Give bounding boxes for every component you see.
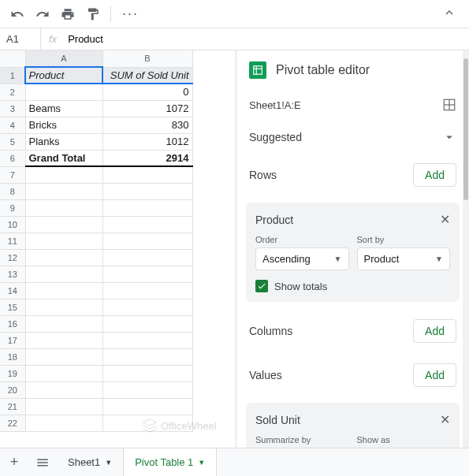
cell-a1[interactable]: Product	[25, 67, 102, 84]
paint-format-button[interactable]	[82, 3, 104, 25]
add-values-button[interactable]: Add	[413, 363, 456, 387]
cell[interactable]	[102, 415, 192, 431]
row-header[interactable]: 11	[0, 232, 25, 249]
cell[interactable]	[25, 398, 102, 415]
select-all-corner[interactable]	[0, 50, 25, 67]
row-header[interactable]: 20	[0, 381, 25, 398]
row-header[interactable]: 16	[0, 315, 25, 332]
row-header[interactable]: 7	[0, 166, 25, 183]
row-header[interactable]: 21	[0, 398, 25, 415]
row-header[interactable]: 13	[0, 266, 25, 282]
cell-b6[interactable]: 2914	[102, 150, 192, 166]
row-header[interactable]: 1	[0, 67, 25, 84]
add-sheet-button[interactable]: +	[0, 448, 28, 477]
undo-button[interactable]	[6, 3, 28, 25]
cell-a6[interactable]: Grand Total	[25, 150, 102, 166]
cell-b3[interactable]: 1072	[102, 100, 192, 117]
checkbox-checked-icon	[255, 280, 268, 292]
cell[interactable]	[25, 315, 102, 332]
fx-label: fx	[41, 33, 65, 45]
row-header[interactable]: 3	[0, 100, 25, 117]
cell[interactable]	[102, 183, 192, 199]
cell[interactable]	[25, 232, 102, 249]
cell[interactable]	[25, 415, 102, 431]
suggested-section[interactable]: Suggested	[236, 121, 469, 154]
cell[interactable]	[25, 365, 102, 381]
cell-a5[interactable]: Planks	[25, 133, 102, 150]
select-range-button[interactable]	[442, 98, 456, 112]
column-header-a[interactable]: A	[25, 50, 102, 67]
row-header[interactable]: 17	[0, 332, 25, 348]
cell-a2[interactable]	[25, 84, 102, 100]
row-header[interactable]: 15	[0, 299, 25, 315]
row-header[interactable]: 8	[0, 183, 25, 199]
row-header[interactable]: 9	[0, 199, 25, 216]
cell[interactable]	[102, 282, 192, 299]
sortby-select[interactable]: Product ▼	[357, 247, 451, 270]
cell[interactable]	[25, 299, 102, 315]
cell-b2[interactable]: 0	[102, 84, 192, 100]
cell[interactable]	[102, 249, 192, 266]
scrollbar-thumb[interactable]	[463, 58, 468, 200]
cell[interactable]	[102, 332, 192, 348]
cell-reference[interactable]: A1	[0, 28, 41, 50]
more-button[interactable]: ···	[117, 6, 143, 22]
cell-a4[interactable]: Bricks	[25, 117, 102, 133]
row-header[interactable]: 18	[0, 348, 25, 365]
cell[interactable]	[25, 249, 102, 266]
cell[interactable]	[25, 348, 102, 365]
cell[interactable]	[102, 381, 192, 398]
row-header[interactable]: 2	[0, 84, 25, 100]
cell-b1[interactable]: SUM of Sold Unit	[102, 67, 192, 84]
toolbar: ···	[0, 0, 469, 28]
cell-b4[interactable]: 830	[102, 117, 192, 133]
spreadsheet-grid[interactable]: A B 1 Product SUM of Sold Unit 2 0 3 Bea…	[0, 50, 236, 448]
order-select[interactable]: Ascending ▼	[255, 247, 349, 270]
row-header[interactable]: 22	[0, 415, 25, 431]
collapse-toolbar-button[interactable]	[436, 2, 463, 25]
row-header[interactable]: 4	[0, 117, 25, 133]
cell-a3[interactable]: Beams	[25, 100, 102, 117]
values-field-card: Sold Unit ✕ Summarize by SUM ▼ Show as D…	[246, 403, 460, 448]
print-button[interactable]	[57, 3, 79, 25]
cell[interactable]	[102, 315, 192, 332]
remove-field-button[interactable]: ✕	[440, 212, 450, 227]
row-header[interactable]: 14	[0, 282, 25, 299]
column-header-b[interactable]: B	[102, 50, 192, 67]
cell-b5[interactable]: 1012	[102, 133, 192, 150]
grid-icon	[442, 98, 456, 112]
cell[interactable]	[102, 299, 192, 315]
cell[interactable]	[102, 398, 192, 415]
row-header[interactable]: 12	[0, 249, 25, 266]
row-header[interactable]: 10	[0, 216, 25, 232]
row-header[interactable]: 19	[0, 365, 25, 381]
redo-button[interactable]	[32, 3, 54, 25]
sheet-tab-pivot[interactable]: Pivot Table 1 ▼	[124, 448, 217, 477]
cell[interactable]	[25, 381, 102, 398]
cell[interactable]	[102, 232, 192, 249]
cell[interactable]	[25, 266, 102, 282]
row-header[interactable]: 6	[0, 150, 25, 166]
cell[interactable]	[25, 282, 102, 299]
sheet-tab-sheet1[interactable]: Sheet1 ▼	[57, 448, 124, 477]
add-columns-button[interactable]: Add	[413, 319, 456, 343]
chevron-down-icon	[442, 130, 456, 144]
cell[interactable]	[25, 183, 102, 199]
cell[interactable]	[102, 348, 192, 365]
all-sheets-button[interactable]	[28, 448, 57, 477]
cell[interactable]	[102, 166, 192, 183]
remove-field-button[interactable]: ✕	[440, 412, 450, 427]
row-header[interactable]: 5	[0, 133, 25, 150]
cell[interactable]	[102, 365, 192, 381]
cell[interactable]	[102, 199, 192, 216]
cell[interactable]	[102, 266, 192, 282]
cell[interactable]	[25, 332, 102, 348]
columns-label: Columns	[249, 325, 292, 337]
cell[interactable]	[25, 216, 102, 232]
cell[interactable]	[102, 216, 192, 232]
show-totals-checkbox[interactable]: Show totals	[255, 280, 450, 292]
add-rows-button[interactable]: Add	[413, 163, 456, 187]
cell[interactable]	[25, 166, 102, 183]
cell[interactable]	[25, 199, 102, 216]
formula-input[interactable]	[65, 33, 469, 45]
